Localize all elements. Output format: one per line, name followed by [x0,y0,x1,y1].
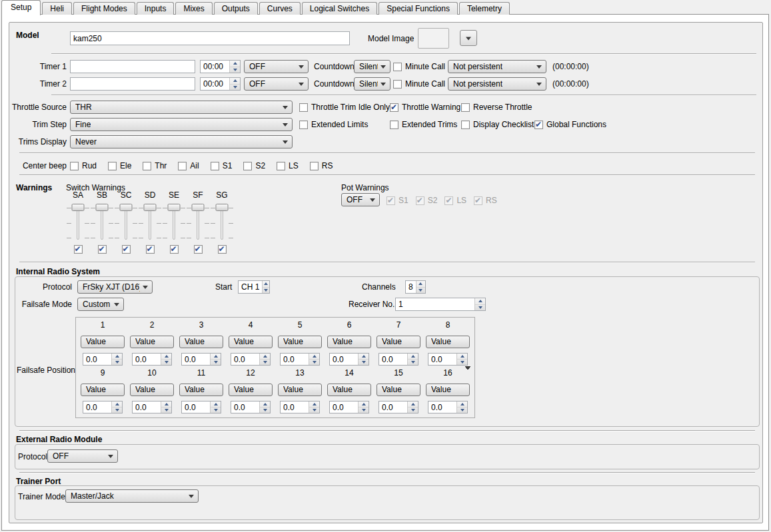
failsafe-channel-mode-select[interactable]: Value [81,336,125,348]
failsafe-channel-value-spin[interactable]: 0.0 [280,353,320,366]
failsafe-channel-value-spin[interactable]: 0.0 [181,401,221,413]
failsafe-channel-mode-select[interactable]: Value [130,384,174,396]
tab-telemetry[interactable]: Telemetry [459,2,510,15]
extended-trims-checkbox[interactable]: Extended Trims [390,119,457,130]
tab-special-functions[interactable]: Special Functions [379,2,458,15]
switch-position-slider[interactable] [139,202,161,241]
tab-logical-switches[interactable]: Logical Switches [302,2,377,15]
switch-position-slider[interactable] [211,202,233,241]
switch-position-slider[interactable] [115,202,137,241]
failsafe-mode-select[interactable]: Custom [77,298,124,311]
receiver-number-spin[interactable]: 1 [395,298,486,311]
switch-warning-checkbox[interactable] [74,244,83,254]
trainer-mode-select[interactable]: Master/Jack [65,489,199,503]
center-beep-checkbox[interactable]: LS [277,160,299,171]
center-beep-checkbox[interactable]: Ail [178,160,199,171]
failsafe-channel-mode-select[interactable]: Value [327,384,371,396]
tab-mixes[interactable]: Mixes [175,2,212,15]
tab-outputs[interactable]: Outputs [214,2,258,15]
tab-curves[interactable]: Curves [259,2,301,15]
failsafe-channel-mode-select[interactable]: Value [229,384,273,396]
failsafe-channel-mode-select[interactable]: Value [179,336,223,348]
throttle-trim-idle-only-checkbox[interactable]: Throttle Trim Idle Only [299,102,390,113]
tab-setup[interactable]: Setup [1,0,41,15]
failsafe-channel-value-spin[interactable]: 0.0 [231,353,271,366]
tab-heli[interactable]: Heli [42,2,72,15]
center-beep-checkbox[interactable]: Ele [108,160,131,171]
switch-warning-checkbox[interactable] [122,244,131,254]
checkbox-box [170,245,179,254]
failsafe-channel-value-spin[interactable]: 0.0 [132,401,172,413]
trims-display-select[interactable]: Never [70,135,293,148]
failsafe-channel-value-spin[interactable]: 0.0 [181,353,221,366]
switch-position-slider[interactable] [163,202,185,241]
model-image-dropdown-button[interactable] [460,30,477,46]
throttle-source-select[interactable]: THR [70,101,293,114]
switch-warning-checkbox[interactable] [146,244,155,254]
internal-protocol-select[interactable]: FrSky XJT (D16) [77,280,153,294]
timer1-persistence-select[interactable]: Not persistent [448,60,546,73]
throttle-warning-checkbox[interactable]: Throttle Warning [390,102,460,113]
pot-warnings-mode-select[interactable]: OFF [341,193,380,206]
center-beep-checkbox[interactable]: RS [310,160,333,171]
timer2-persistence-select[interactable]: Not persistent [448,77,546,91]
tab-inputs[interactable]: Inputs [137,2,175,15]
start-channel-spin[interactable]: CH 1 [238,280,270,294]
switch-name-label: SG [216,190,227,201]
timer2-time-spin[interactable]: 00:00 [200,77,241,91]
model-image-preview[interactable] [418,28,449,49]
switch-position-slider[interactable] [67,202,89,241]
failsafe-channel-mode-select[interactable]: Value [377,336,420,348]
failsafe-channel-mode-select[interactable]: Value [426,336,470,348]
tab-flight-modes[interactable]: Flight Modes [73,2,135,15]
failsafe-channel-mode-select[interactable]: Value [377,384,420,396]
failsafe-channel-mode-select[interactable]: Value [81,384,125,396]
external-protocol-select[interactable]: OFF [47,449,118,463]
model-name-input[interactable] [70,31,350,45]
failsafe-channel-value-spin[interactable]: 0.0 [231,401,271,413]
switch-warning-checkbox[interactable] [98,244,107,254]
failsafe-channel-value-spin[interactable]: 0.0 [329,401,369,413]
failsafe-channel-mode-select[interactable]: Value [130,336,174,348]
timer1-time-spin[interactable]: 00:00 [200,60,241,73]
trim-step-select[interactable]: Fine [70,118,293,131]
display-checklist-checkbox[interactable]: Display Checklist [461,119,534,130]
center-beep-checkbox[interactable]: S2 [243,160,265,171]
switch-warning-checkbox[interactable] [170,244,179,254]
failsafe-channel-value-spin[interactable]: 0.0 [379,401,418,413]
reverse-throttle-checkbox[interactable]: Reverse Throttle [461,102,532,113]
failsafe-channel-mode-select[interactable]: Value [229,336,273,348]
failsafe-channel-value-spin[interactable]: 0.0 [329,353,369,366]
timer1-countdown-select[interactable]: Silent [354,60,390,73]
checkbox-box [122,245,131,254]
failsafe-channel-mode-select[interactable]: Value [278,384,322,396]
failsafe-channel-mode-select[interactable]: Value [278,336,322,348]
failsafe-channel-value-spin[interactable]: 0.0 [83,353,123,366]
timer1-name-input[interactable] [70,60,195,73]
timer2-mode-select[interactable]: OFF [244,77,309,91]
center-beep-checkbox[interactable]: Thr [143,160,167,171]
channels-count-spin[interactable]: 8 [405,280,426,294]
timer2-minute-call-checkbox[interactable]: Minute Call [393,79,445,89]
global-functions-checkbox[interactable]: Global Functions [534,119,606,130]
failsafe-channel-value-spin[interactable]: 0.0 [379,353,418,366]
switch-warning-checkbox[interactable] [218,244,227,254]
failsafe-channel-value-spin[interactable]: 0.0 [280,401,320,413]
timer2-countdown-select[interactable]: Silent [354,77,390,91]
failsafe-channel-mode-select[interactable]: Value [179,384,223,396]
timer1-mode-select[interactable]: OFF [244,60,309,73]
extended-limits-checkbox[interactable]: Extended Limits [299,119,368,130]
timer2-name-input[interactable] [70,77,195,91]
switch-position-slider[interactable] [187,202,209,241]
switch-position-slider[interactable] [91,202,113,241]
switch-warning-checkbox[interactable] [194,244,203,254]
failsafe-channel-value-spin[interactable]: 0.0 [132,353,172,366]
failsafe-channel-value-spin[interactable]: 0.0 [428,353,468,366]
timer1-minute-call-checkbox[interactable]: Minute Call [393,61,445,72]
failsafe-channel-value-spin[interactable]: 0.0 [428,401,468,413]
failsafe-channel-value-spin[interactable]: 0.0 [83,401,123,413]
failsafe-channel-mode-select[interactable]: Value [426,384,470,396]
center-beep-checkbox[interactable]: S1 [211,160,233,171]
center-beep-checkbox[interactable]: Rud [70,160,97,171]
failsafe-channel-mode-select[interactable]: Value [327,336,371,348]
